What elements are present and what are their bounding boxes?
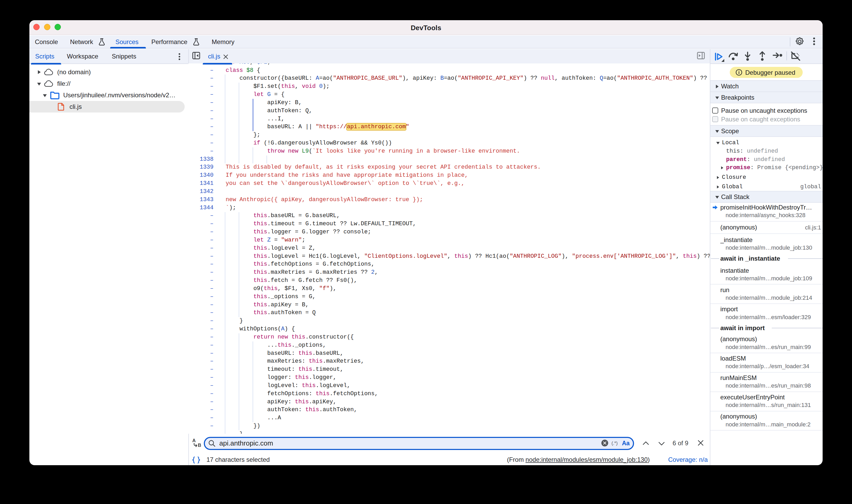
svg-text:A: A [192, 438, 196, 443]
svg-text:B: B [198, 443, 201, 448]
